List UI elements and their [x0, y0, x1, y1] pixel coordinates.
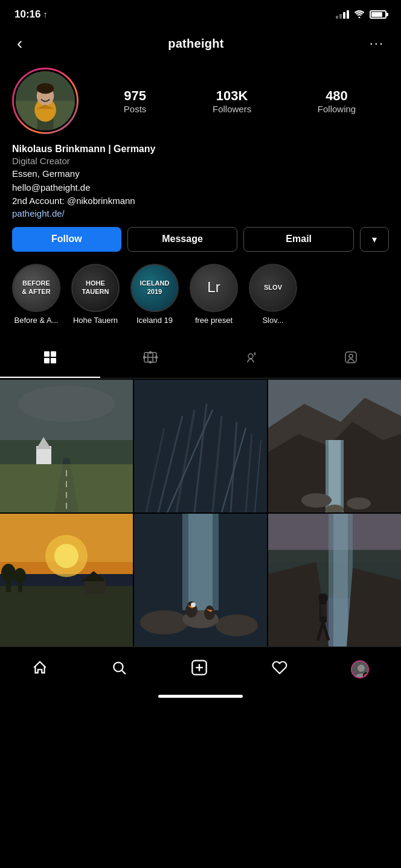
- profile-second-account[interactable]: 2nd Account: @nikobrinkmann: [12, 194, 389, 208]
- svg-rect-18: [345, 352, 356, 363]
- signal-icon: [336, 10, 349, 19]
- highlight-before-after[interactable]: BEFORE & AFTER Before & A...: [12, 264, 60, 325]
- nav-add[interactable]: [179, 654, 220, 685]
- highlight-circle-hohe: HOHE TAUERN: [71, 264, 120, 312]
- nav-home[interactable]: [20, 655, 60, 685]
- svg-point-67: [216, 614, 258, 636]
- highlight-circle-before-after: BEFORE & AFTER: [12, 264, 60, 312]
- posts-label: Posts: [124, 104, 147, 114]
- svg-point-0: [359, 16, 361, 18]
- home-icon: [32, 660, 48, 680]
- profile-location: Essen, Germany: [12, 167, 389, 181]
- avatar-image: [14, 69, 77, 132]
- highlight-overlay-lr: Lr: [207, 279, 220, 296]
- profile-category: Digital Creator: [12, 156, 389, 166]
- highlight-label-hohe: Hohe Tauern: [73, 316, 118, 325]
- svg-point-14: [144, 356, 146, 358]
- svg-point-86: [114, 662, 123, 671]
- svg-rect-28: [0, 464, 133, 512]
- reels-icon: [143, 350, 158, 368]
- highlight-lr[interactable]: Lr free preset: [190, 264, 238, 325]
- status-time-section: 10:16 ↑: [14, 8, 47, 21]
- grid-photo-6[interactable]: [268, 514, 401, 646]
- tab-grid[interactable]: [0, 342, 100, 378]
- svg-point-47: [347, 497, 371, 509]
- svg-point-46: [301, 493, 332, 508]
- message-button[interactable]: Message: [127, 227, 238, 252]
- tabs-row: [0, 342, 401, 378]
- svg-point-12: [150, 351, 152, 353]
- highlight-slove[interactable]: SLOV Slov...: [249, 264, 297, 325]
- posts-count: 975: [124, 88, 146, 104]
- profile-username: patheight: [168, 37, 224, 51]
- highlight-label-iceland: Iceland 19: [136, 316, 173, 325]
- svg-point-16: [248, 354, 253, 359]
- more-options-button[interactable]: ···: [365, 33, 389, 54]
- highlight-overlay-hohe: HOHE TAUERN: [82, 279, 109, 295]
- svg-point-82: [318, 593, 328, 603]
- grid-photo-5[interactable]: [134, 514, 267, 646]
- follow-button[interactable]: Follow: [12, 227, 121, 252]
- svg-point-53: [54, 544, 79, 568]
- header: ‹ patheight ···: [0, 25, 401, 62]
- grid-photo-1[interactable]: [0, 380, 133, 512]
- bottom-nav: [0, 646, 401, 690]
- svg-rect-9: [44, 358, 50, 363]
- svg-rect-83: [321, 604, 327, 616]
- nav-search[interactable]: [99, 655, 139, 685]
- grid-photo-2[interactable]: [134, 380, 267, 512]
- avatar[interactable]: [12, 68, 79, 134]
- battery-icon: [370, 10, 387, 19]
- svg-line-87: [122, 670, 126, 674]
- svg-marker-80: [347, 568, 401, 646]
- grid-icon: [43, 350, 57, 368]
- highlight-overlay-before-after: BEFORE & AFTER: [22, 279, 50, 295]
- tab-tagged[interactable]: [301, 342, 401, 378]
- svg-point-13: [150, 361, 152, 363]
- profile-link[interactable]: patheight.de/: [12, 208, 389, 219]
- home-indicator: [158, 695, 243, 698]
- highlight-hohe-tauern[interactable]: HOHE TAUERN Hohe Tauern: [71, 264, 120, 325]
- grid-photo-4[interactable]: [0, 514, 133, 646]
- tab-collab[interactable]: [200, 342, 301, 378]
- svg-point-73: [206, 605, 213, 613]
- following-stat[interactable]: 480 Following: [318, 88, 356, 114]
- collab-icon: [243, 350, 258, 368]
- status-bar: 10:16 ↑: [0, 0, 401, 25]
- highlight-label-lr: free preset: [195, 316, 233, 325]
- grid-photo-3[interactable]: [268, 380, 401, 512]
- highlights-row: BEFORE & AFTER Before & A... HOHE TAUERN…: [12, 264, 389, 330]
- chevron-down-icon: ▾: [372, 234, 377, 245]
- followers-stat[interactable]: 103K Followers: [213, 88, 251, 114]
- search-icon: [111, 660, 127, 680]
- dropdown-button[interactable]: ▾: [360, 227, 389, 252]
- nav-avatar: [351, 660, 369, 678]
- profile-section: 975 Posts 103K Followers 480 Following N…: [0, 62, 401, 342]
- svg-rect-8: [51, 351, 56, 357]
- email-button[interactable]: Email: [243, 227, 354, 252]
- svg-point-92: [358, 665, 365, 672]
- highlight-label-slove: Slov...: [262, 316, 283, 325]
- nav-profile[interactable]: [339, 656, 381, 683]
- svg-rect-65: [188, 514, 213, 610]
- action-buttons: Follow Message Email ▾: [12, 227, 389, 252]
- photo-grid: [0, 380, 401, 646]
- following-count: 480: [326, 88, 348, 104]
- svg-point-15: [156, 356, 158, 358]
- svg-point-23: [18, 386, 115, 422]
- svg-point-19: [349, 354, 353, 358]
- location-arrow-icon: ↑: [43, 10, 47, 19]
- posts-stat[interactable]: 975 Posts: [124, 88, 147, 114]
- nav-heart[interactable]: [260, 655, 300, 685]
- tab-reels[interactable]: [100, 342, 200, 378]
- highlight-iceland[interactable]: ICELAND 2019 Iceland 19: [130, 264, 179, 325]
- back-button[interactable]: ‹: [12, 31, 27, 56]
- highlight-circle-slove: SLOV: [249, 264, 297, 312]
- svg-rect-10: [51, 358, 56, 363]
- profile-email[interactable]: hello@patheight.de: [12, 181, 389, 195]
- add-icon: [191, 659, 208, 680]
- followers-label: Followers: [213, 104, 251, 114]
- following-label: Following: [318, 104, 356, 114]
- highlight-overlay-iceland: ICELAND 2019: [140, 279, 170, 295]
- svg-point-66: [140, 610, 188, 634]
